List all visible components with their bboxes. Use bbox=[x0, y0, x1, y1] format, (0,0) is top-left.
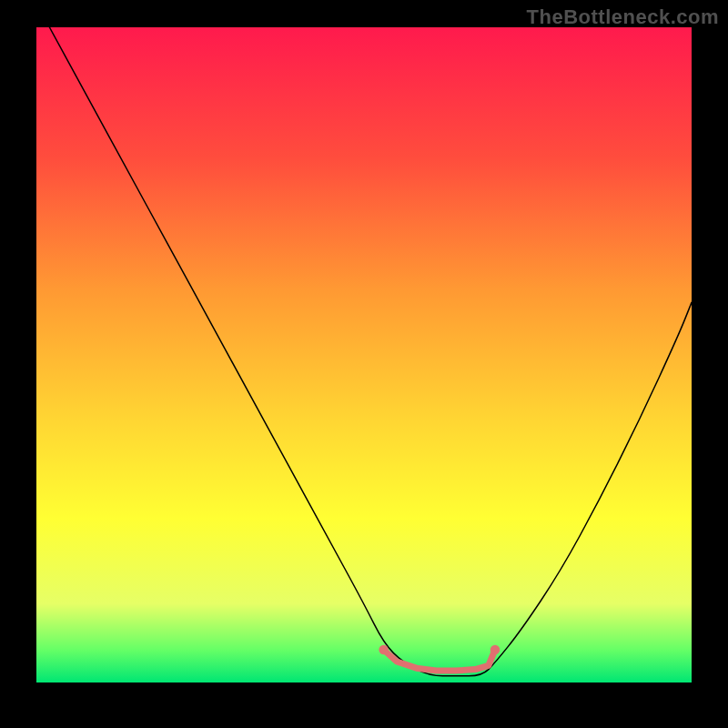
gradient-background bbox=[36, 27, 692, 682]
fit-marker-endcap bbox=[379, 645, 389, 655]
plot-area bbox=[36, 27, 692, 682]
chart-frame: TheBottleneck.com bbox=[0, 0, 728, 728]
fit-marker-endcap bbox=[490, 645, 500, 655]
watermark-text: TheBottleneck.com bbox=[527, 5, 719, 29]
chart-svg bbox=[36, 27, 692, 682]
